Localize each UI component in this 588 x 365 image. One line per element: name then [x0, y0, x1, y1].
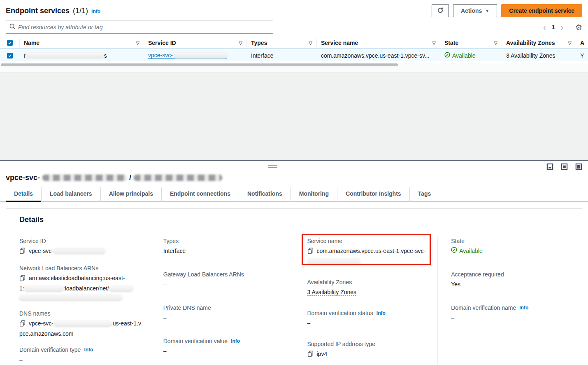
sort-icon[interactable]: ▽	[432, 40, 436, 46]
pagination-current-page[interactable]: 1	[550, 24, 556, 30]
field-value: –	[163, 346, 286, 356]
redaction-blur	[19, 295, 122, 301]
redaction-blur	[109, 286, 133, 292]
search-input[interactable]	[18, 24, 270, 30]
field-value: Interface	[163, 246, 286, 255]
info-link[interactable]: Info	[377, 310, 386, 316]
col-header-types: Types	[251, 40, 267, 46]
detail-tabs: Details Load balancers Allow principals …	[0, 187, 588, 202]
name-suffix: s	[104, 52, 107, 59]
pagination-prev-button[interactable]: ‹	[542, 23, 548, 31]
info-link[interactable]: Info	[519, 305, 528, 311]
field-value: –	[163, 280, 286, 289]
field-label: Network Load Balancers ARNs	[19, 265, 142, 271]
redaction-blur	[134, 175, 222, 181]
cell-name: rs	[20, 52, 144, 59]
field-availability-zones: Availability Zones 3 Availability Zones	[307, 279, 430, 297]
field-label: Supported IP address type	[307, 341, 430, 347]
resource-id-prefix: vpce-svc-	[6, 173, 40, 182]
nlb-arn-line2-prefix: 1:	[19, 285, 24, 292]
nlb-arn-line2-mid: :loadbalancer/net/	[63, 285, 109, 292]
field-domain-verification-name: Domain verification nameInfo –	[451, 304, 574, 322]
copy-icon[interactable]	[19, 248, 26, 257]
field-label: DNS names	[19, 310, 142, 317]
cell-types: Interface	[247, 52, 317, 59]
col-header-service-id: Service ID	[148, 40, 176, 46]
tab-details[interactable]: Details	[6, 187, 41, 202]
nlb-arn-line1: arn:aws:elasticloadbalancing:us-east-	[29, 275, 125, 281]
details-column-3: Service name com.amazonaws.vpce.us-east-…	[294, 237, 438, 365]
copy-icon[interactable]	[307, 351, 314, 360]
panel-position-side-icon[interactable]	[561, 163, 568, 171]
field-glb-arns: Gateway Load Balancers ARNs –	[163, 271, 286, 289]
tab-tags[interactable]: Tags	[409, 187, 439, 202]
sort-icon[interactable]: ▽	[136, 40, 139, 46]
sort-icon[interactable]: ▽	[568, 40, 572, 46]
availability-zones-link[interactable]: 3 Availability Zones	[506, 52, 555, 59]
pagination-next-button[interactable]: ›	[559, 23, 565, 31]
field-domain-verification-status: Domain verification statusInfo –	[307, 310, 430, 328]
table-footer-strip	[0, 67, 588, 73]
copy-icon[interactable]	[307, 248, 314, 257]
cell-truncated: Y	[576, 52, 588, 59]
field-domain-verification-value: Domain verification valueInfo –	[163, 338, 286, 356]
resource-count: (1/1)	[73, 7, 88, 15]
endpoint-services-table: Name▽ Service ID▽ Types▽ Service name▽ S…	[0, 37, 588, 73]
panel-position-full-icon[interactable]	[575, 163, 582, 171]
selected-resource-title: vpce-svc- /	[0, 173, 588, 182]
field-label: Private DNS name	[163, 304, 286, 311]
actions-button[interactable]: Actions ▼	[453, 4, 497, 17]
redaction-blur	[53, 321, 111, 327]
field-label: Gateway Load Balancers ARNs	[163, 271, 286, 278]
copy-icon[interactable]	[19, 275, 26, 284]
copy-icon[interactable]	[19, 320, 26, 329]
sort-icon[interactable]: ▽	[494, 40, 497, 46]
settings-gear-icon[interactable]: ⚙	[575, 23, 582, 32]
tab-endpoint-connections[interactable]: Endpoint connections	[161, 187, 239, 202]
tab-monitoring[interactable]: Monitoring	[291, 187, 337, 202]
panel-position-bottom-icon[interactable]	[546, 163, 553, 171]
split-panel-drag-handle[interactable]	[268, 165, 277, 169]
info-link[interactable]: Info	[231, 338, 240, 344]
tab-contributor-insights[interactable]: Contributor Insights	[337, 187, 409, 202]
sort-icon[interactable]: ▽	[309, 40, 312, 46]
row-checkbox[interactable]	[7, 53, 13, 58]
service-id-value-prefix: vpce-svc-	[29, 248, 53, 254]
service-id-link[interactable]: vpce-svc-	[148, 52, 227, 59]
field-label: Domain verification type	[19, 346, 81, 353]
field-value: –	[163, 313, 286, 322]
tab-notifications[interactable]: Notifications	[239, 187, 291, 202]
tab-allow-principals[interactable]: Allow principals	[100, 187, 161, 202]
col-header-name: Name	[24, 40, 40, 46]
check-circle-icon	[444, 52, 450, 59]
field-acceptance-required: Acceptance required Yes	[451, 271, 574, 289]
table-header-row: Name▽ Service ID▽ Types▽ Service name▽ S…	[0, 37, 588, 49]
field-value: Yes	[451, 280, 574, 289]
search-box[interactable]	[6, 21, 273, 34]
empty-background-area	[0, 73, 588, 160]
scrollbar-thumb[interactable]	[1, 63, 398, 66]
field-domain-verification-type: Domain verification typeInfo –	[19, 346, 142, 364]
sort-icon[interactable]: ▽	[239, 40, 242, 46]
state-text: Available	[459, 246, 483, 255]
availability-zones-link[interactable]: 3 Availability Zones	[307, 289, 357, 296]
tab-load-balancers[interactable]: Load balancers	[41, 187, 100, 202]
title-separator: /	[129, 173, 131, 182]
field-nlb-arns: Network Load Balancers ARNs arn:aws:elas…	[19, 265, 142, 302]
field-label: Acceptance required	[451, 271, 574, 278]
redaction-blur	[174, 53, 227, 58]
select-all-checkbox[interactable]	[7, 40, 13, 46]
actions-button-label: Actions	[461, 7, 482, 14]
field-types: Types Interface	[163, 238, 286, 255]
field-dns-names: DNS names vpce-svc-.us-east-1.vpce.amazo…	[19, 310, 142, 338]
refresh-icon	[437, 7, 444, 15]
details-column-2: Types Interface Gateway Load Balancers A…	[150, 237, 294, 365]
horizontal-scrollbar[interactable]	[0, 62, 588, 67]
table-row[interactable]: rs vpce-svc- Interface com.amazonaws.vpc…	[0, 49, 588, 62]
refresh-button[interactable]	[432, 4, 449, 17]
page-title: Endpoint services	[6, 7, 70, 15]
header-info-link[interactable]: Info	[91, 9, 100, 14]
redaction-blur	[53, 249, 105, 254]
create-endpoint-service-button[interactable]: Create endpoint service	[501, 4, 582, 17]
info-link[interactable]: Info	[84, 347, 93, 353]
